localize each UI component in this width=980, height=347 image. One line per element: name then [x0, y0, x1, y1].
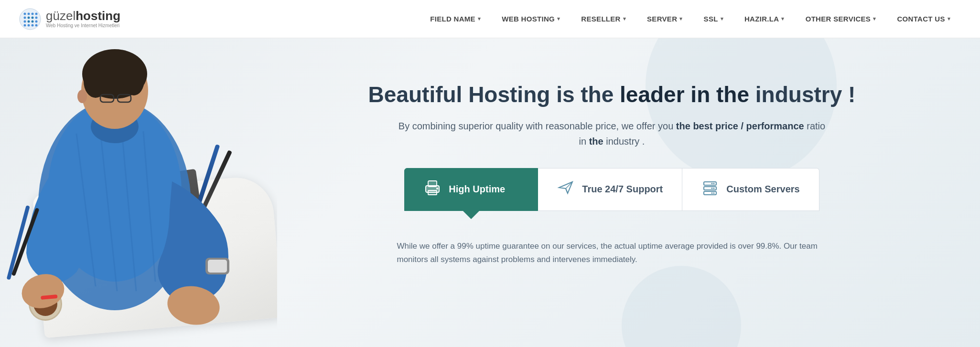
svg-point-26 — [84, 64, 108, 98]
feature-box-servers[interactable]: Custom Servers — [682, 168, 819, 211]
feature-label-uptime: High Uptime — [449, 184, 505, 195]
nav-hazirla[interactable]: HAZIR.LA ▾ — [734, 0, 795, 38]
nav-field-name[interactable]: FIELD NAME ▾ — [420, 0, 491, 38]
svg-point-5 — [24, 16, 26, 19]
logo-icon — [19, 8, 41, 30]
chevron-down-icon: ▾ — [948, 16, 950, 22]
svg-rect-41 — [428, 190, 437, 195]
uptime-icon — [424, 179, 441, 200]
svg-point-9 — [24, 20, 26, 22]
chevron-down-icon: ▾ — [623, 16, 626, 22]
feature-box-uptime[interactable]: High Uptime — [404, 168, 538, 211]
svg-point-13 — [24, 24, 26, 26]
svg-point-10 — [28, 20, 30, 22]
svg-rect-34 — [208, 260, 227, 273]
svg-point-51 — [711, 192, 713, 194]
chevron-down-icon: ▾ — [721, 16, 723, 22]
svg-point-48 — [713, 192, 715, 194]
chevron-down-icon: ▾ — [873, 16, 876, 22]
chevron-down-icon: ▾ — [781, 16, 784, 22]
svg-point-46 — [713, 183, 715, 184]
hero-description: While we offer a 99% uptime guarantee on… — [397, 235, 827, 267]
nav-ssl[interactable]: SSL ▾ — [693, 0, 734, 38]
logo-text: güzelhosting Web Hosting ve Internet Hiz… — [46, 10, 120, 28]
svg-point-8 — [35, 16, 38, 19]
hero-section: Beautiful Hosting is the leader in the i… — [0, 38, 980, 347]
nav-contact-us[interactable]: CONTACT US ▾ — [886, 0, 961, 38]
nav-web-hosting[interactable]: WEB HOSTING ▾ — [491, 0, 571, 38]
svg-point-1 — [24, 12, 26, 15]
svg-point-11 — [32, 20, 34, 22]
svg-point-7 — [32, 16, 34, 19]
svg-point-42 — [436, 188, 438, 189]
svg-point-3 — [32, 12, 34, 15]
main-nav: FIELD NAME ▾ WEB HOSTING ▾ RESELLER ▾ SE… — [153, 0, 961, 38]
logo[interactable]: güzelhosting Web Hosting ve Internet Hiz… — [19, 8, 124, 30]
nav-server[interactable]: SERVER ▾ — [636, 0, 693, 38]
svg-point-12 — [35, 20, 38, 22]
svg-point-15 — [32, 24, 34, 26]
svg-point-27 — [123, 65, 144, 95]
svg-point-6 — [28, 16, 30, 19]
nav-reseller[interactable]: RESELLER ▾ — [571, 0, 636, 38]
svg-point-16 — [35, 24, 38, 26]
chevron-down-icon: ▾ — [679, 16, 682, 22]
feature-boxes: High Uptime True 24/7 Support — [291, 168, 932, 211]
hero-subtitle: By combining superior quality with reaso… — [397, 118, 827, 149]
logo-tagline: Web Hosting ve Internet Hizmetleri — [46, 23, 120, 28]
svg-point-4 — [35, 12, 38, 15]
feature-box-support[interactable]: True 24/7 Support — [538, 168, 682, 211]
nav-other-services[interactable]: OTHER SERVICES ▾ — [795, 0, 887, 38]
feature-label-support: True 24/7 Support — [582, 184, 663, 195]
svg-point-2 — [28, 12, 30, 15]
svg-rect-40 — [428, 181, 437, 187]
hero-title: Beautiful Hosting is the leader in the i… — [291, 81, 932, 109]
hero-content: Beautiful Hosting is the leader in the i… — [263, 62, 961, 286]
chevron-down-icon: ▾ — [557, 16, 560, 22]
person-silhouette — [0, 38, 277, 347]
svg-point-0 — [20, 9, 41, 30]
svg-point-49 — [711, 183, 713, 184]
svg-point-50 — [711, 188, 713, 189]
svg-point-31 — [77, 90, 87, 103]
header: güzelhosting Web Hosting ve Internet Hiz… — [0, 0, 980, 38]
support-icon — [557, 179, 574, 200]
logo-name: güzelhosting — [46, 10, 120, 22]
servers-icon — [701, 179, 719, 200]
svg-point-47 — [713, 188, 715, 189]
svg-point-14 — [28, 24, 30, 26]
chevron-down-icon: ▾ — [478, 16, 481, 22]
feature-label-servers: Custom Servers — [726, 184, 799, 195]
hero-image — [0, 38, 277, 347]
